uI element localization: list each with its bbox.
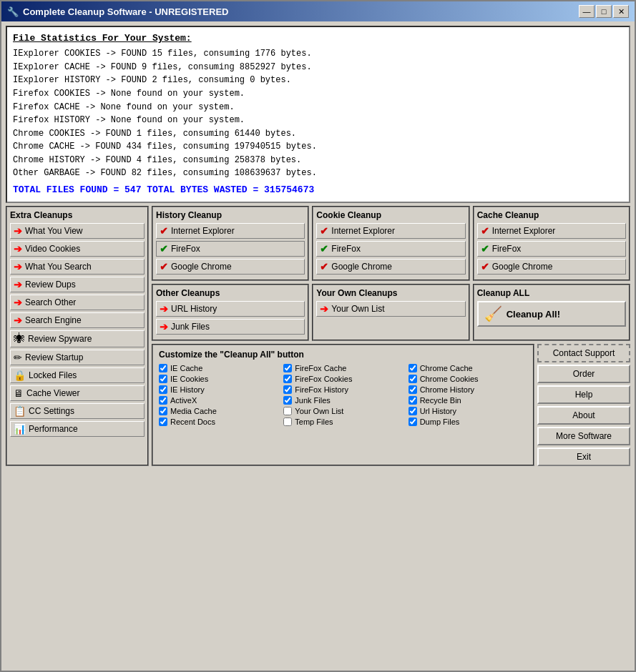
cache-chrome-btn[interactable]: ✔ Google Chrome bbox=[477, 259, 626, 275]
customize-checkbox[interactable] bbox=[159, 396, 167, 405]
maximize-button[interactable]: □ bbox=[596, 5, 612, 18]
search-engine-btn[interactable]: ➔ Search Engine bbox=[10, 312, 145, 328]
what-you-search-btn[interactable]: ➔ What You Search bbox=[10, 259, 145, 275]
help-button[interactable]: Help bbox=[537, 385, 630, 404]
cleanup-all-title: Cleanup ALL bbox=[477, 288, 626, 298]
customize-checkbox[interactable] bbox=[159, 407, 167, 415]
cookie-cleanup-panel: Cookie Cleanup ✔ Internet Explorer ✔ Fir… bbox=[312, 206, 469, 281]
cache-viewer-label: Cache Viewer bbox=[26, 388, 79, 398]
search-other-btn[interactable]: ➔ Search Other bbox=[10, 295, 145, 310]
cookie-cleanup-title: Cookie Cleanup bbox=[316, 210, 465, 220]
content-area: File Statistics For Your System: IExplor… bbox=[1, 21, 635, 671]
customize-checkbox[interactable] bbox=[159, 375, 167, 383]
cache-cleanup-panel: Cache Cleanup ✔ Internet Explorer ✔ Fire… bbox=[473, 206, 630, 281]
stats-total: TOTAL FILES FOUND = 547 TOTAL BYTES WAST… bbox=[13, 183, 623, 197]
customize-checkbox[interactable] bbox=[408, 364, 417, 372]
customize-checkbox[interactable] bbox=[408, 407, 417, 415]
other-cleanups-panel: Other Cleanups ➔ URL History ➔ Junk File… bbox=[152, 284, 309, 341]
customize-grid: IE CacheFireFox CacheChrome CacheIE Cook… bbox=[159, 364, 527, 426]
customize-item-label: FireFox Cache bbox=[295, 364, 346, 372]
customize-item-label: Dump Files bbox=[420, 417, 460, 426]
customize-checkbox[interactable] bbox=[283, 396, 292, 405]
stats-box: File Statistics For Your System: IExplor… bbox=[6, 26, 630, 203]
review-startup-label: Review Startup bbox=[25, 352, 83, 362]
customize-item-label: IE History bbox=[170, 385, 205, 394]
customize-item-label: Chrome Cache bbox=[420, 364, 473, 372]
arrow-icon: ➔ bbox=[14, 315, 22, 326]
customize-checkbox[interactable] bbox=[408, 385, 417, 394]
customize-checkbox[interactable] bbox=[159, 417, 167, 426]
customize-checkbox[interactable] bbox=[408, 396, 417, 405]
cache-ie-label: Internet Explorer bbox=[492, 226, 556, 236]
customize-item: Temp Files bbox=[283, 417, 402, 426]
cache-cleanup-title: Cache Cleanup bbox=[477, 210, 626, 220]
close-button[interactable]: ✕ bbox=[613, 5, 629, 18]
review-startup-btn[interactable]: ✏ Review Startup bbox=[10, 350, 145, 365]
contact-support-button[interactable]: Contact Support bbox=[537, 344, 630, 362]
stats-line: IExplorer COOKIES -> FOUND 15 files, con… bbox=[13, 47, 623, 61]
review-dups-btn[interactable]: ➔ Review Dups bbox=[10, 277, 145, 292]
about-button[interactable]: About bbox=[537, 406, 630, 425]
cache-viewer-btn[interactable]: 🖥 Cache Viewer bbox=[10, 385, 145, 401]
customize-item-label: Media Cache bbox=[170, 407, 217, 415]
locked-files-btn[interactable]: 🔒 Locked Files bbox=[10, 367, 145, 383]
stats-title: File Statistics For Your System: bbox=[13, 31, 623, 46]
customize-checkbox[interactable] bbox=[283, 407, 292, 415]
customize-checkbox[interactable] bbox=[159, 364, 167, 372]
history-firefox-label: FireFox bbox=[171, 244, 200, 254]
cookie-firefox-btn[interactable]: ✔ FireFox bbox=[316, 241, 465, 257]
arrow-icon: ➔ bbox=[320, 303, 328, 315]
customize-item: Recycle Bin bbox=[408, 396, 527, 405]
customize-item: Your Own List bbox=[283, 407, 402, 415]
your-own-list-btn[interactable]: ➔ Your Own List bbox=[316, 301, 465, 317]
more-software-button[interactable]: More Software bbox=[537, 427, 630, 445]
review-spyware-btn[interactable]: 🕷 Review Spyware bbox=[10, 330, 145, 347]
arrow-icon: ➔ bbox=[160, 303, 168, 315]
order-button[interactable]: Order bbox=[537, 365, 630, 383]
other-cleanups-title: Other Cleanups bbox=[156, 288, 305, 298]
check-green-icon: ✔ bbox=[320, 243, 328, 255]
cookie-ie-btn[interactable]: ✔ Internet Explorer bbox=[316, 223, 465, 239]
customize-item: Url History bbox=[408, 407, 527, 415]
customize-item: Recent Docs bbox=[159, 417, 278, 426]
review-dups-label: Review Dups bbox=[25, 280, 76, 290]
customize-item: FireFox History bbox=[283, 385, 402, 394]
cookie-chrome-btn[interactable]: ✔ Google Chrome bbox=[316, 259, 465, 275]
locked-files-label: Locked Files bbox=[29, 370, 77, 380]
customize-title: Customize the "Cleanup All" button bbox=[159, 350, 527, 360]
history-chrome-btn[interactable]: ✔ Google Chrome bbox=[156, 259, 305, 275]
customize-checkbox[interactable] bbox=[408, 375, 417, 383]
url-history-btn[interactable]: ➔ URL History bbox=[156, 301, 305, 317]
cc-settings-btn[interactable]: 📋 CC Settings bbox=[10, 403, 145, 419]
customize-item: IE History bbox=[159, 385, 278, 394]
history-chrome-label: Google Chrome bbox=[171, 262, 232, 272]
arrow-icon: ➔ bbox=[14, 243, 22, 255]
performance-btn[interactable]: 📊 Performance bbox=[10, 421, 145, 437]
what-you-search-label: What You Search bbox=[25, 262, 92, 272]
customize-item-label: Url History bbox=[420, 407, 456, 415]
customize-checkbox[interactable] bbox=[283, 417, 292, 426]
cookie-ie-label: Internet Explorer bbox=[331, 226, 395, 236]
minimize-button[interactable]: — bbox=[579, 5, 595, 18]
junk-files-btn[interactable]: ➔ Junk Files bbox=[156, 319, 305, 335]
cache-ie-btn[interactable]: ✔ Internet Explorer bbox=[477, 223, 626, 239]
cleanup-all-button[interactable]: 🧹 Cleanup All! bbox=[477, 301, 626, 327]
stats-line: IExplorer HISTORY -> FOUND 2 files, cons… bbox=[13, 74, 623, 87]
history-ie-btn[interactable]: ✔ Internet Explorer bbox=[156, 223, 305, 239]
customize-item-label: ActiveX bbox=[170, 396, 197, 405]
customize-checkbox[interactable] bbox=[283, 375, 292, 383]
customize-checkbox[interactable] bbox=[159, 385, 167, 394]
exit-button[interactable]: Exit bbox=[537, 448, 630, 466]
customize-checkbox[interactable] bbox=[283, 385, 292, 394]
search-engine-label: Search Engine bbox=[25, 315, 82, 325]
customize-checkbox[interactable] bbox=[408, 417, 417, 426]
extra-cleanups-title: Extra Cleanups bbox=[10, 210, 145, 220]
cache-firefox-btn[interactable]: ✔ FireFox bbox=[477, 241, 626, 257]
url-history-label: URL History bbox=[171, 304, 217, 314]
what-you-view-btn[interactable]: ➔ What You View bbox=[10, 223, 145, 239]
customize-row: Customize the "Cleanup All" button IE Ca… bbox=[152, 344, 630, 466]
history-firefox-btn[interactable]: ✔ FireFox bbox=[156, 241, 305, 257]
video-cookies-btn[interactable]: ➔ Video Cookies bbox=[10, 241, 145, 257]
customize-checkbox[interactable] bbox=[283, 364, 292, 372]
search-other-label: Search Other bbox=[25, 297, 76, 307]
